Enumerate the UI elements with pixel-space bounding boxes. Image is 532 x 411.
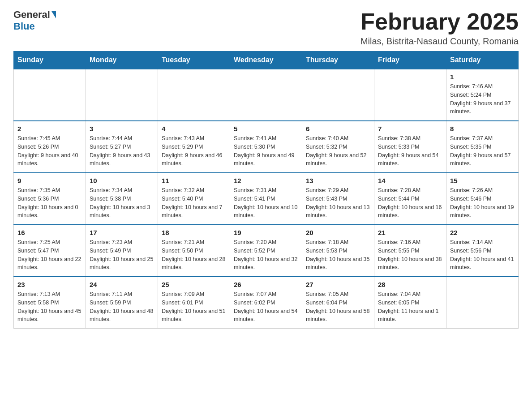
day-info: Sunrise: 7:05 AMSunset: 6:04 PMDaylight:… xyxy=(306,290,370,324)
calendar-cell: 17Sunrise: 7:23 AMSunset: 5:49 PMDayligh… xyxy=(86,225,158,277)
day-number: 20 xyxy=(306,229,370,236)
day-info: Sunrise: 7:46 AMSunset: 5:24 PMDaylight:… xyxy=(450,82,515,116)
day-number: 18 xyxy=(162,229,226,236)
day-info: Sunrise: 7:04 AMSunset: 6:05 PMDaylight:… xyxy=(378,290,442,324)
day-number: 15 xyxy=(450,177,515,184)
calendar-week-row: 9Sunrise: 7:35 AMSunset: 5:36 PMDaylight… xyxy=(14,173,519,225)
day-number: 5 xyxy=(234,125,298,133)
weekday-header-saturday: Saturday xyxy=(446,51,519,69)
day-info: Sunrise: 7:25 AMSunset: 5:47 PMDaylight:… xyxy=(17,238,82,272)
calendar-cell: 14Sunrise: 7:28 AMSunset: 5:44 PMDayligh… xyxy=(374,173,446,225)
calendar-cell xyxy=(446,277,519,329)
weekday-header-friday: Friday xyxy=(374,51,446,69)
calendar-cell xyxy=(302,69,374,121)
weekday-header-tuesday: Tuesday xyxy=(158,51,230,69)
day-info: Sunrise: 7:29 AMSunset: 5:43 PMDaylight:… xyxy=(306,186,370,220)
title-block: February 2025 Milas, Bistrita-Nasaud Cou… xyxy=(360,9,519,47)
day-number: 6 xyxy=(306,125,370,133)
day-info: Sunrise: 7:35 AMSunset: 5:36 PMDaylight:… xyxy=(17,186,82,220)
day-number: 27 xyxy=(306,281,370,288)
calendar-cell xyxy=(14,69,86,121)
day-info: Sunrise: 7:43 AMSunset: 5:29 PMDaylight:… xyxy=(162,134,226,168)
calendar-cell: 11Sunrise: 7:32 AMSunset: 5:40 PMDayligh… xyxy=(158,173,230,225)
calendar-cell: 1Sunrise: 7:46 AMSunset: 5:24 PMDaylight… xyxy=(446,69,519,121)
day-number: 12 xyxy=(234,177,298,184)
day-number: 1 xyxy=(450,73,515,81)
day-info: Sunrise: 7:11 AMSunset: 5:59 PMDaylight:… xyxy=(90,290,154,324)
calendar-cell: 22Sunrise: 7:14 AMSunset: 5:56 PMDayligh… xyxy=(446,225,519,277)
calendar-cell: 4Sunrise: 7:43 AMSunset: 5:29 PMDaylight… xyxy=(158,121,230,173)
calendar-week-row: 16Sunrise: 7:25 AMSunset: 5:47 PMDayligh… xyxy=(14,225,519,277)
calendar-cell: 20Sunrise: 7:18 AMSunset: 5:53 PMDayligh… xyxy=(302,225,374,277)
weekday-header-monday: Monday xyxy=(86,51,158,69)
day-number: 19 xyxy=(234,229,298,236)
calendar-cell: 23Sunrise: 7:13 AMSunset: 5:58 PMDayligh… xyxy=(14,277,86,329)
day-info: Sunrise: 7:28 AMSunset: 5:44 PMDaylight:… xyxy=(378,186,442,220)
calendar-cell xyxy=(158,69,230,121)
month-title: February 2025 xyxy=(360,9,519,34)
calendar-cell: 5Sunrise: 7:41 AMSunset: 5:30 PMDaylight… xyxy=(230,121,302,173)
day-number: 10 xyxy=(90,177,154,184)
day-info: Sunrise: 7:16 AMSunset: 5:55 PMDaylight:… xyxy=(378,238,442,272)
day-number: 7 xyxy=(378,125,442,133)
calendar-cell: 3Sunrise: 7:44 AMSunset: 5:27 PMDaylight… xyxy=(86,121,158,173)
day-number: 4 xyxy=(162,125,226,133)
calendar-cell: 26Sunrise: 7:07 AMSunset: 6:02 PMDayligh… xyxy=(230,277,302,329)
calendar-week-row: 1Sunrise: 7:46 AMSunset: 5:24 PMDaylight… xyxy=(14,69,519,121)
location-subtitle: Milas, Bistrita-Nasaud County, Romania xyxy=(360,36,519,47)
day-number: 25 xyxy=(162,281,226,288)
logo: General Blue xyxy=(13,9,57,32)
day-number: 3 xyxy=(90,125,154,133)
day-info: Sunrise: 7:41 AMSunset: 5:30 PMDaylight:… xyxy=(234,134,298,168)
calendar-cell: 2Sunrise: 7:45 AMSunset: 5:26 PMDaylight… xyxy=(14,121,86,173)
day-info: Sunrise: 7:26 AMSunset: 5:46 PMDaylight:… xyxy=(450,186,515,220)
weekday-header-wednesday: Wednesday xyxy=(230,51,302,69)
day-number: 24 xyxy=(90,281,154,288)
day-number: 14 xyxy=(378,177,442,184)
day-number: 22 xyxy=(450,229,515,236)
calendar-cell: 28Sunrise: 7:04 AMSunset: 6:05 PMDayligh… xyxy=(374,277,446,329)
calendar-cell: 9Sunrise: 7:35 AMSunset: 5:36 PMDaylight… xyxy=(14,173,86,225)
page-header: General Blue February 2025 Milas, Bistri… xyxy=(13,9,519,47)
day-number: 26 xyxy=(234,281,298,288)
calendar-cell xyxy=(230,69,302,121)
logo-general-text: General xyxy=(13,9,50,21)
weekday-header-row: SundayMondayTuesdayWednesdayThursdayFrid… xyxy=(14,51,519,69)
logo-arrow-icon xyxy=(51,11,56,18)
day-number: 13 xyxy=(306,177,370,184)
day-info: Sunrise: 7:18 AMSunset: 5:53 PMDaylight:… xyxy=(306,238,370,272)
weekday-header-thursday: Thursday xyxy=(302,51,374,69)
day-info: Sunrise: 7:09 AMSunset: 6:01 PMDaylight:… xyxy=(162,290,226,324)
calendar-cell: 12Sunrise: 7:31 AMSunset: 5:41 PMDayligh… xyxy=(230,173,302,225)
calendar-cell: 21Sunrise: 7:16 AMSunset: 5:55 PMDayligh… xyxy=(374,225,446,277)
day-info: Sunrise: 7:38 AMSunset: 5:33 PMDaylight:… xyxy=(378,134,442,168)
calendar-cell: 16Sunrise: 7:25 AMSunset: 5:47 PMDayligh… xyxy=(14,225,86,277)
day-info: Sunrise: 7:21 AMSunset: 5:50 PMDaylight:… xyxy=(162,238,226,272)
day-number: 23 xyxy=(17,281,82,288)
calendar-cell: 15Sunrise: 7:26 AMSunset: 5:46 PMDayligh… xyxy=(446,173,519,225)
day-info: Sunrise: 7:44 AMSunset: 5:27 PMDaylight:… xyxy=(90,134,154,168)
day-info: Sunrise: 7:13 AMSunset: 5:58 PMDaylight:… xyxy=(17,290,82,324)
calendar-cell: 25Sunrise: 7:09 AMSunset: 6:01 PMDayligh… xyxy=(158,277,230,329)
day-info: Sunrise: 7:20 AMSunset: 5:52 PMDaylight:… xyxy=(234,238,298,272)
day-info: Sunrise: 7:14 AMSunset: 5:56 PMDaylight:… xyxy=(450,238,515,272)
day-info: Sunrise: 7:07 AMSunset: 6:02 PMDaylight:… xyxy=(234,290,298,324)
day-info: Sunrise: 7:31 AMSunset: 5:41 PMDaylight:… xyxy=(234,186,298,220)
calendar-cell: 24Sunrise: 7:11 AMSunset: 5:59 PMDayligh… xyxy=(86,277,158,329)
day-info: Sunrise: 7:23 AMSunset: 5:49 PMDaylight:… xyxy=(90,238,154,272)
day-number: 16 xyxy=(17,229,82,236)
day-info: Sunrise: 7:32 AMSunset: 5:40 PMDaylight:… xyxy=(162,186,226,220)
day-number: 11 xyxy=(162,177,226,184)
day-number: 21 xyxy=(378,229,442,236)
day-info: Sunrise: 7:45 AMSunset: 5:26 PMDaylight:… xyxy=(17,134,82,168)
calendar-cell xyxy=(86,69,158,121)
calendar-cell: 19Sunrise: 7:20 AMSunset: 5:52 PMDayligh… xyxy=(230,225,302,277)
calendar-cell: 7Sunrise: 7:38 AMSunset: 5:33 PMDaylight… xyxy=(374,121,446,173)
day-info: Sunrise: 7:40 AMSunset: 5:32 PMDaylight:… xyxy=(306,134,370,168)
calendar-cell xyxy=(374,69,446,121)
calendar-week-row: 2Sunrise: 7:45 AMSunset: 5:26 PMDaylight… xyxy=(14,121,519,173)
calendar-cell: 10Sunrise: 7:34 AMSunset: 5:38 PMDayligh… xyxy=(86,173,158,225)
day-number: 17 xyxy=(90,229,154,236)
weekday-header-sunday: Sunday xyxy=(14,51,86,69)
calendar-cell: 18Sunrise: 7:21 AMSunset: 5:50 PMDayligh… xyxy=(158,225,230,277)
